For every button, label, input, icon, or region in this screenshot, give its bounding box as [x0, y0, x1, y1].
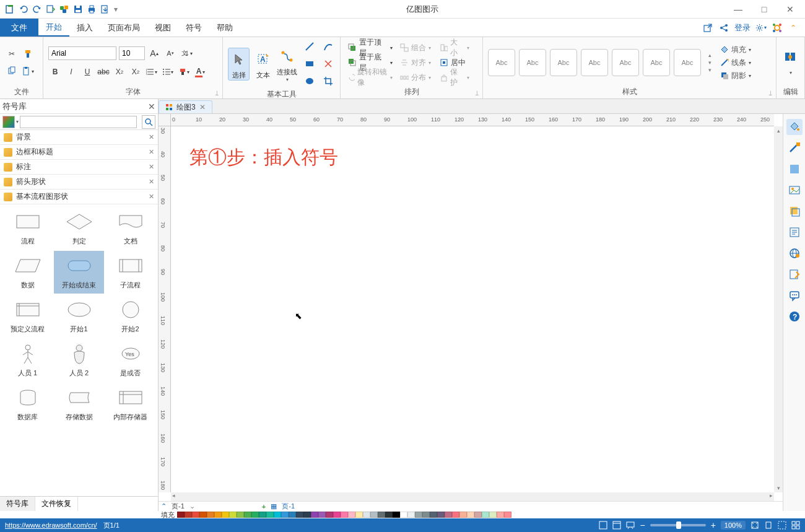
color-swatch[interactable] — [244, 512, 251, 518]
increase-font-icon[interactable]: A▴ — [147, 46, 161, 60]
page-list-icon[interactable]: ▦ — [271, 502, 277, 510]
color-swatch[interactable] — [192, 512, 199, 518]
rail-layer-icon[interactable] — [786, 203, 803, 219]
color-swatch[interactable] — [177, 512, 185, 518]
library-picker-icon[interactable] — [2, 116, 15, 128]
color-swatch[interactable] — [266, 512, 274, 518]
style-gallery-more-icon[interactable]: ▾ — [708, 67, 711, 73]
style-preset-7[interactable]: Abc — [674, 49, 701, 76]
paste-icon[interactable]: ▾ — [21, 64, 35, 78]
color-swatch[interactable] — [237, 512, 244, 518]
color-swatch[interactable] — [303, 512, 311, 518]
shape-item[interactable]: 文档 — [105, 207, 155, 250]
grid-view-icon[interactable] — [791, 521, 800, 530]
style-scroll-up-icon[interactable]: ▴ — [708, 52, 711, 58]
print-icon[interactable] — [85, 3, 98, 15]
color-swatch[interactable] — [355, 512, 363, 518]
ellipse-tool-icon[interactable] — [303, 74, 316, 88]
document-tab[interactable]: 绘图3 ✕ — [159, 100, 212, 113]
find-icon[interactable] — [784, 50, 798, 64]
horizontal-scrollbar[interactable]: ◂▸ — [171, 492, 774, 501]
color-swatch[interactable] — [259, 512, 266, 518]
zoom-out-button[interactable]: − — [640, 520, 645, 530]
rail-fill-icon[interactable] — [786, 119, 803, 135]
ribbon-tab-insert[interactable]: 插入 — [69, 19, 100, 37]
fill-dropdown[interactable]: 填充▾ — [720, 45, 751, 55]
italic-icon[interactable]: I — [64, 65, 78, 79]
rail-text-icon[interactable] — [786, 224, 803, 240]
color-swatch[interactable] — [385, 512, 393, 518]
add-page-button[interactable]: + — [262, 503, 266, 510]
view-presentation-icon[interactable] — [626, 521, 635, 530]
vertical-scrollbar[interactable]: ▴▾ — [774, 126, 783, 492]
share-icon[interactable] — [718, 22, 729, 33]
document-tab-close[interactable]: ✕ — [199, 103, 206, 111]
color-swatch[interactable] — [348, 512, 355, 518]
text-tool[interactable]: A 文本 — [252, 48, 274, 80]
category-close-icon[interactable]: ✕ — [149, 133, 154, 141]
style-preset-2[interactable]: Abc — [519, 49, 546, 76]
color-swatch[interactable] — [222, 512, 229, 518]
close-button[interactable]: ✕ — [778, 1, 803, 18]
shape-category[interactable]: 标注✕ — [0, 160, 158, 175]
superscript-icon[interactable]: X2 — [129, 65, 142, 79]
category-close-icon[interactable]: ✕ — [149, 163, 154, 171]
style-scroll-down-icon[interactable]: ▾ — [708, 59, 711, 66]
color-swatch[interactable] — [326, 512, 333, 518]
maximize-button[interactable]: □ — [752, 1, 777, 18]
page-nav-up-icon[interactable]: ⌃ — [161, 502, 167, 510]
highlight-icon[interactable]: ▾ — [177, 65, 191, 79]
cut-icon[interactable]: ✂ — [5, 47, 19, 61]
color-swatch[interactable] — [199, 512, 207, 518]
fit-width-icon[interactable] — [764, 521, 773, 530]
color-swatch[interactable] — [467, 512, 474, 518]
shape-item[interactable]: 开始或结束 — [54, 251, 104, 294]
new-icon[interactable] — [4, 3, 16, 15]
shape-search-input[interactable] — [20, 116, 137, 128]
arrange-launcher-icon[interactable]: ⟘ — [475, 90, 479, 97]
file-tab[interactable]: 文件 — [0, 19, 38, 37]
shadow-dropdown[interactable]: 阴影▾ — [720, 71, 751, 81]
color-swatch[interactable] — [474, 512, 482, 518]
collapse-ribbon-icon[interactable]: ⌃ — [788, 22, 799, 33]
color-swatch[interactable] — [214, 512, 222, 518]
style-preset-1[interactable]: Abc — [488, 49, 515, 76]
shape-item[interactable]: 开始1 — [54, 295, 104, 338]
color-swatch[interactable] — [489, 512, 497, 518]
curve-tool-icon[interactable] — [321, 40, 335, 53]
shape-item[interactable]: Yes是或否 — [105, 339, 155, 382]
color-swatch[interactable] — [378, 512, 385, 518]
font-color-icon[interactable]: A▾ — [193, 65, 207, 79]
category-close-icon[interactable]: ✕ — [149, 178, 154, 186]
fullscreen-icon[interactable] — [778, 521, 786, 530]
rail-edit-icon[interactable] — [786, 266, 803, 282]
style-preset-3[interactable]: Abc — [550, 49, 577, 76]
style-preset-4[interactable]: Abc — [581, 49, 608, 76]
shape-item[interactable]: 子流程 — [105, 251, 155, 294]
ribbon-tab-symbol[interactable]: 符号 — [178, 19, 209, 37]
category-close-icon[interactable]: ✕ — [149, 148, 154, 156]
open-icon[interactable] — [45, 3, 57, 15]
undo-icon[interactable] — [17, 3, 30, 15]
rail-page-icon[interactable] — [786, 161, 803, 177]
rail-image-icon[interactable] — [786, 182, 803, 198]
color-swatch[interactable] — [415, 512, 422, 518]
settings-icon[interactable]: ▾ — [755, 22, 767, 33]
copy-icon[interactable] — [5, 64, 19, 78]
shape-category[interactable]: 边框和标题✕ — [0, 145, 158, 160]
connector-tool[interactable]: 连接线 ▾ — [276, 45, 298, 82]
color-swatch[interactable] — [341, 512, 348, 518]
protect[interactable]: 保护▾ — [437, 71, 472, 84]
shape-item[interactable]: 预定义流程 — [2, 295, 53, 338]
color-swatch[interactable] — [407, 512, 415, 518]
rotate-mirror[interactable]: 旋转和镜像▾ — [346, 71, 395, 84]
shape-category[interactable]: 箭头形状✕ — [0, 175, 158, 190]
color-swatch[interactable] — [333, 512, 341, 518]
bold-icon[interactable]: B — [48, 65, 62, 79]
shape-category[interactable]: 基本流程图形状✕ — [0, 190, 158, 204]
view-normal-icon[interactable] — [599, 521, 607, 530]
rail-line-icon[interactable] — [786, 140, 803, 156]
category-close-icon[interactable]: ✕ — [149, 193, 154, 201]
color-swatch[interactable] — [400, 512, 407, 518]
shape-category[interactable]: 背景✕ — [0, 130, 158, 145]
